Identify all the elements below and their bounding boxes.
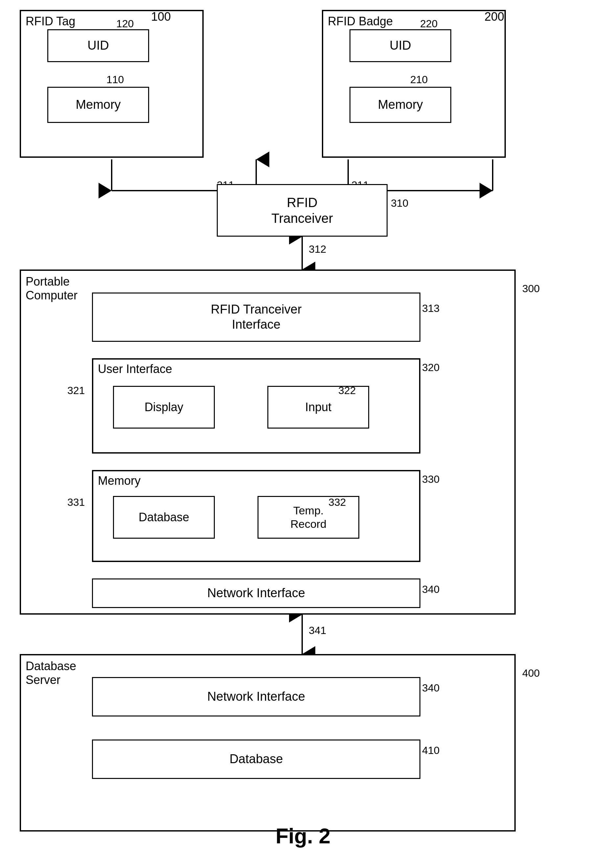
rfid-tag-ref: 100 [151, 10, 171, 24]
rfid-tag-uid: UID [47, 29, 149, 62]
portable-computer-ref: 300 [522, 283, 540, 295]
user-interface-label: User Interface [98, 362, 172, 376]
rfid-badge-uid: UID [349, 29, 451, 62]
rfid-badge-uid-ref: 220 [420, 18, 437, 30]
database-server-ref: 400 [522, 667, 540, 679]
memory-label: Memory [98, 474, 141, 488]
rfid-interface-box: RFID Tranceiver Interface [92, 293, 420, 342]
rfid-tag-outer: RFID Tag UID Memory 120 110 [20, 10, 204, 158]
server-database-ref: 410 [422, 744, 439, 756]
rfid-badge-memory-ref: 210 [410, 74, 428, 86]
server-database: Database [92, 739, 420, 779]
rfid-interface-ref: 313 [422, 302, 439, 315]
portable-network-interface-ref: 340 [422, 583, 439, 595]
temp-record-ref: 332 [328, 496, 346, 508]
rfid-tag-label: RFID Tag [26, 14, 75, 28]
rfid-badge-label: RFID Badge [328, 14, 393, 28]
rfid-transceiver-ref: 310 [391, 197, 408, 209]
server-network-interface: Network Interface [92, 677, 420, 716]
rfid-tag-memory-ref: 110 [107, 74, 124, 86]
display-ref: 321 [67, 384, 85, 397]
rfid-badge-outer: RFID Badge UID Memory 220 210 [322, 10, 506, 158]
rfid-tag-uid-ref: 120 [116, 18, 134, 30]
rfid-badge-memory: Memory [349, 87, 451, 123]
diagram: RFID Tag UID Memory 120 110 100 RFID Bad… [0, 0, 606, 868]
portable-network-interface: Network Interface [92, 578, 420, 608]
memory-outer: Memory Database Temp. Record [92, 470, 420, 562]
user-interface-ref: 320 [422, 361, 439, 374]
database-ref: 331 [67, 496, 85, 508]
database-server-label: Database Server [26, 659, 76, 687]
user-interface-display: Display [113, 386, 215, 429]
arrow-312: 312 [309, 243, 326, 255]
user-interface-outer: User Interface Display Input [92, 358, 420, 454]
rfid-badge-ref: 200 [484, 10, 504, 24]
fig-caption: Fig. 2 [275, 824, 331, 848]
rfid-transceiver-box: RFID Tranceiver [217, 184, 388, 237]
arrow-341: 341 [309, 625, 326, 637]
portable-computer-label: Portable Computer [26, 275, 77, 302]
input-ref: 322 [338, 384, 356, 397]
memory-ref: 330 [422, 473, 439, 485]
memory-database: Database [113, 496, 215, 539]
server-network-interface-ref: 340 [422, 682, 439, 694]
rfid-tag-memory: Memory [47, 87, 149, 123]
